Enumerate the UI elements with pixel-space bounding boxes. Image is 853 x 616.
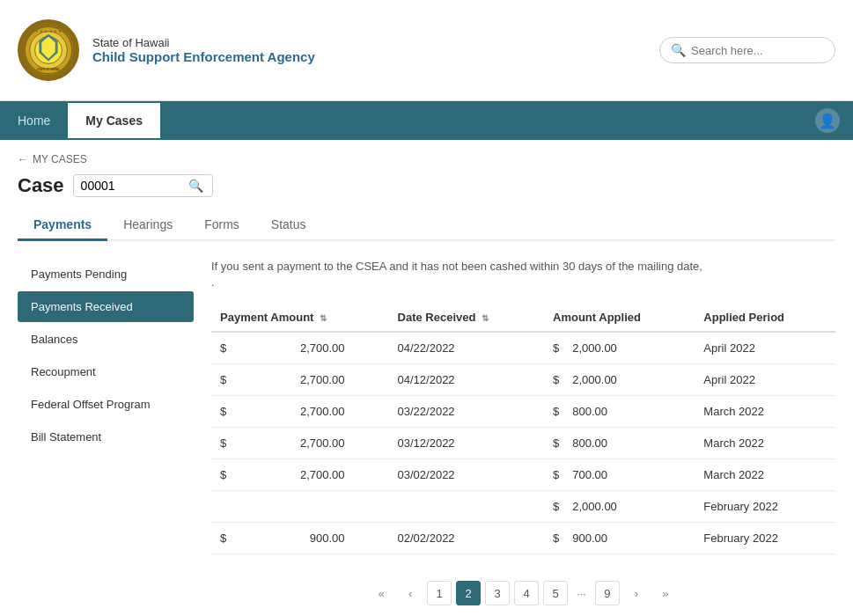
- sidebar-item-balances[interactable]: Balances: [18, 324, 194, 355]
- table-row: $2,700.0003/02/2022$700.00March 2022: [211, 459, 835, 491]
- page-9-button[interactable]: 9: [595, 581, 620, 605]
- dollar-sign: $: [220, 436, 231, 450]
- payment-value: 900.00: [310, 532, 380, 545]
- payment-value: 2,700.00: [300, 468, 380, 481]
- dollar-sign: $: [553, 468, 563, 481]
- cell-payment-amount: $2,700.00: [211, 332, 389, 364]
- tab-forms[interactable]: Forms: [188, 210, 255, 241]
- cell-date-received: 04/12/2022: [389, 364, 544, 396]
- page-3-button[interactable]: 3: [485, 581, 510, 605]
- applied-value: 900.00: [563, 532, 607, 545]
- cell-date-received: 03/12/2022: [389, 428, 544, 459]
- seal-inner: ★ ★ ★ ★ ★ ★ ★ ★ STATE OF HAWAII: [22, 24, 75, 77]
- cell-payment-amount: $2,700.00: [211, 364, 389, 396]
- page-1-button[interactable]: 1: [427, 581, 452, 605]
- page-last-button[interactable]: »: [653, 581, 678, 605]
- page-4-button[interactable]: 4: [514, 581, 539, 605]
- search-input[interactable]: [691, 44, 824, 57]
- table-area: If you sent a payment to the CSEA and it…: [194, 259, 835, 605]
- sidebar-item-recoupment[interactable]: Recoupment: [18, 356, 194, 387]
- sidebar-item-federal-offset[interactable]: Federal Offset Program: [18, 389, 194, 420]
- cell-payment-amount: $2,700.00: [211, 459, 389, 491]
- content-area: ← MY CASES Case 🔍 Payments Hearings Form…: [0, 140, 853, 616]
- cell-payment-amount: $900.00: [211, 523, 389, 554]
- dollar-sign: $: [220, 373, 231, 386]
- cell-date-received: 02/02/2022: [389, 523, 544, 554]
- case-search-button[interactable]: 🔍: [187, 179, 205, 193]
- sort-arrows-date[interactable]: ⇅: [482, 313, 489, 323]
- cell-applied-period: March 2022: [695, 396, 835, 428]
- cell-payment-amount: $2,700.00: [211, 428, 389, 459]
- info-text-secondary: .: [211, 275, 215, 289]
- payment-value: 2,700.00: [300, 405, 380, 418]
- nav-user[interactable]: 👤: [802, 101, 853, 140]
- cell-applied-period: April 2022: [695, 332, 835, 364]
- cell-payment-amount: $2,700.00: [211, 396, 389, 428]
- svg-text:STATE OF HAWAII: STATE OF HAWAII: [38, 68, 60, 71]
- cell-amount-applied: $2,000.00: [544, 332, 695, 364]
- dollar-sign: $: [553, 373, 563, 386]
- nav-bar: Home My Cases 👤: [0, 101, 853, 140]
- nav-item-home[interactable]: Home: [0, 103, 68, 138]
- svg-text:★ ★ ★ ★ ★ ★ ★ ★: ★ ★ ★ ★ ★ ★ ★ ★: [31, 29, 66, 33]
- col-amount-applied: Amount Applied: [544, 304, 695, 332]
- applied-value: 800.00: [563, 436, 607, 450]
- sidebar-item-payments-received[interactable]: Payments Received: [18, 291, 194, 322]
- applied-value: 2,000.00: [563, 341, 617, 355]
- cell-applied-period: April 2022: [695, 364, 835, 396]
- table-row: $2,700.0004/12/2022$2,000.00April 2022: [211, 364, 835, 396]
- dollar-sign: $: [220, 341, 231, 355]
- search-box[interactable]: 🔍: [659, 37, 835, 63]
- page-5-button[interactable]: 5: [543, 581, 568, 605]
- header-title: State of Hawaii Child Support Enforcemen…: [92, 36, 315, 64]
- sidebar: Payments Pending Payments Received Balan…: [18, 259, 194, 605]
- case-number-input[interactable]: [81, 179, 187, 193]
- dollar-sign: $: [553, 500, 563, 513]
- col-applied-period: Applied Period: [695, 304, 835, 332]
- case-input-wrapper: 🔍: [73, 174, 213, 197]
- applied-value: 2,000.00: [563, 500, 617, 513]
- page-2-button[interactable]: 2: [456, 581, 481, 605]
- header-left: ★ ★ ★ ★ ★ ★ ★ ★ STATE OF HAWAII State of…: [18, 19, 315, 81]
- hawaii-seal: ★ ★ ★ ★ ★ ★ ★ ★ STATE OF HAWAII: [18, 19, 79, 81]
- dollar-sign: $: [553, 532, 563, 545]
- cell-applied-period: March 2022: [695, 459, 835, 491]
- payments-table: Payment Amount ⇅ Date Received ⇅ Amount …: [211, 304, 835, 554]
- dollar-sign: $: [220, 468, 231, 481]
- sidebar-item-bill-statement[interactable]: Bill Statement: [18, 422, 194, 452]
- dollar-sign: $: [220, 532, 231, 545]
- applied-value: 2,000.00: [563, 373, 617, 386]
- table-row: $900.0002/02/2022$900.00February 2022: [211, 523, 835, 554]
- page-next-button[interactable]: ›: [624, 581, 649, 605]
- cell-date-received: 03/22/2022: [389, 396, 544, 428]
- sort-arrows-payment[interactable]: ⇅: [320, 313, 327, 323]
- pagination: « ‹ 1 2 3 4 5 ··· 9 › »: [211, 572, 835, 605]
- sidebar-item-payments-pending[interactable]: Payments Pending: [18, 259, 194, 290]
- cell-applied-period: February 2022: [695, 523, 835, 554]
- tab-status[interactable]: Status: [255, 210, 322, 241]
- page-first-button[interactable]: «: [369, 581, 393, 605]
- outer-wrapper: ★ ★ ★ ★ ★ ★ ★ ★ STATE OF HAWAII State of…: [0, 0, 853, 616]
- nav-item-mycases[interactable]: My Cases: [68, 103, 160, 138]
- table-row: $2,700.0004/22/2022$2,000.00April 2022: [211, 332, 835, 364]
- header: ★ ★ ★ ★ ★ ★ ★ ★ STATE OF HAWAII State of…: [0, 0, 853, 101]
- cell-applied-period: February 2022: [695, 491, 835, 523]
- table-row: $2,700.0003/22/2022$800.00March 2022: [211, 396, 835, 428]
- payment-value: 2,700.00: [300, 436, 380, 450]
- breadcrumb-parent[interactable]: MY CASES: [33, 153, 87, 165]
- user-icon: 👤: [815, 108, 840, 133]
- col-payment-amount: Payment Amount ⇅: [211, 304, 389, 332]
- page-prev-button[interactable]: ‹: [398, 581, 423, 605]
- search-icon: 🔍: [671, 43, 686, 57]
- info-text: If you sent a payment to the CSEA and it…: [211, 259, 835, 290]
- state-name: State of Hawaii: [92, 36, 315, 49]
- dollar-sign: $: [553, 405, 563, 418]
- payment-value: 2,700.00: [300, 373, 380, 386]
- tab-payments[interactable]: Payments: [18, 210, 107, 241]
- tab-hearings[interactable]: Hearings: [107, 210, 188, 241]
- sub-tabs: Payments Hearings Forms Status: [18, 210, 835, 241]
- table-row: $2,000.00February 2022: [211, 491, 835, 523]
- cell-amount-applied: $2,000.00: [544, 364, 695, 396]
- case-header: Case 🔍: [18, 174, 835, 197]
- info-text-main: If you sent a payment to the CSEA and it…: [211, 260, 702, 273]
